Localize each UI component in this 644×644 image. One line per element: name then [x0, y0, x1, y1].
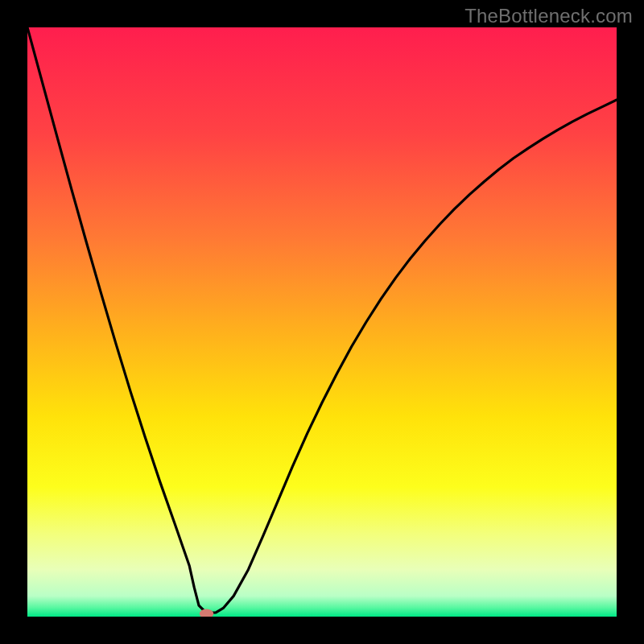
watermark-text: TheBottleneck.com: [464, 5, 633, 27]
bottleneck-chart: [0, 0, 644, 644]
plot-background: [27, 27, 617, 617]
optimum-marker: [200, 609, 214, 618]
chart-frame: TheBottleneck.com: [0, 0, 644, 644]
